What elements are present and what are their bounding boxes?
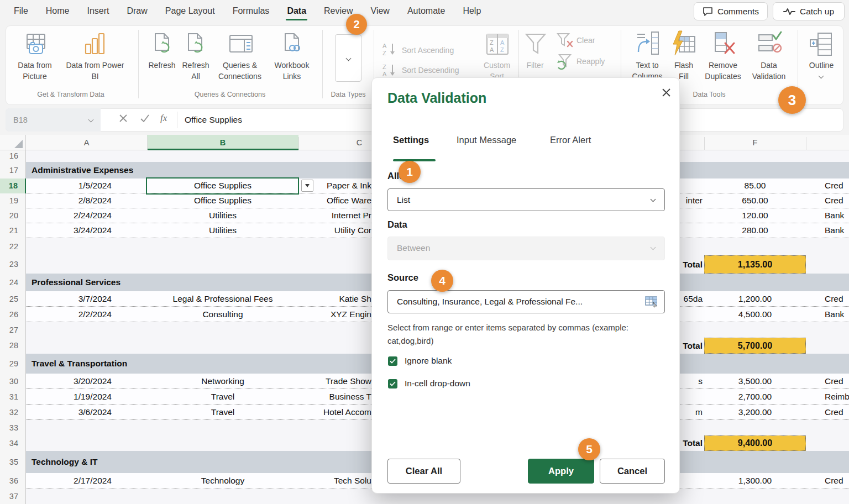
cell-G26[interactable]: Bank	[825, 307, 849, 322]
tab-settings[interactable]: Settings	[393, 135, 429, 145]
cell-C26[interactable]: XYZ Engin	[298, 307, 371, 322]
cell-F23[interactable]: 1,135.00	[704, 255, 806, 274]
cell-A25[interactable]: 3/7/2024	[26, 291, 147, 306]
refresh-all-icon[interactable]	[183, 31, 207, 57]
cell-F20[interactable]: 120.00	[704, 208, 806, 223]
cell-F34[interactable]: 9,400.00	[704, 435, 806, 451]
menu-view[interactable]: View	[371, 0, 390, 22]
menu-draw[interactable]: Draw	[127, 0, 147, 22]
cell-G32[interactable]: Cred	[825, 405, 849, 419]
tab-error-alert[interactable]: Error Alert	[550, 135, 591, 145]
row-header-22[interactable]: 22	[0, 238, 26, 255]
cell-G25[interactable]: Cred	[825, 291, 849, 306]
formula-bar-value[interactable]: Office Supplies	[185, 108, 242, 132]
menu-insert[interactable]: Insert	[87, 0, 109, 22]
allow-select[interactable]: List	[387, 188, 665, 211]
cell-C19[interactable]: Office Ware	[298, 193, 371, 208]
range-selector-icon[interactable]	[645, 296, 659, 308]
in-cell-dropdown-checkbox[interactable]	[388, 379, 397, 389]
row-header-20[interactable]: 20	[0, 208, 26, 223]
cancel-button[interactable]: Cancel	[600, 459, 665, 484]
cell-F28[interactable]: 5,700.00	[704, 338, 806, 354]
cell-G31[interactable]: Reimb	[825, 389, 849, 404]
dialog-close-button[interactable]	[658, 85, 674, 100]
comments-button[interactable]: Comments	[694, 2, 768, 20]
row-header-17[interactable]: 17	[0, 162, 26, 179]
row-header-35[interactable]: 35	[0, 451, 26, 473]
confirm-entry-icon[interactable]	[139, 113, 150, 123]
cell-C36[interactable]: Tech Solu	[298, 473, 371, 489]
cell-A31[interactable]: 1/19/2024	[26, 389, 147, 404]
row-header-26[interactable]: 26	[0, 307, 26, 322]
cell-G20[interactable]: Bank	[825, 208, 849, 223]
cell-B31[interactable]: Travel	[147, 389, 298, 404]
data-types-gallery[interactable]	[335, 34, 361, 82]
menu-automate[interactable]: Automate	[407, 0, 445, 22]
cell-A19[interactable]: 2/8/2024	[26, 193, 147, 208]
cell-G19[interactable]: Cred	[825, 193, 849, 208]
cell-C20[interactable]: Internet Pr	[298, 208, 371, 223]
cell-F31[interactable]: 2,700.00	[704, 389, 806, 404]
column-header-a[interactable]: A	[26, 135, 147, 150]
menu-formulas[interactable]: Formulas	[233, 0, 270, 22]
row-header-19[interactable]: 19	[0, 193, 26, 208]
cell-A36[interactable]: 2/17/2024	[26, 473, 147, 489]
row-header-27[interactable]: 27	[0, 322, 26, 338]
cell-F25[interactable]: 1,200.00	[704, 291, 806, 306]
menu-file[interactable]: File	[14, 0, 28, 22]
text-to-columns-icon[interactable]	[635, 30, 661, 57]
cell-A20[interactable]: 2/24/2024	[26, 208, 147, 223]
row-header-36[interactable]: 36	[0, 473, 26, 489]
cell-F19[interactable]: 650.00	[704, 193, 806, 208]
row-header-37[interactable]: 37	[0, 489, 26, 504]
data-from-picture-icon[interactable]	[23, 31, 48, 57]
cell-B21[interactable]: Utilities	[147, 223, 298, 238]
row-header-28[interactable]: 28	[0, 338, 26, 354]
row-header-21[interactable]: 21	[0, 223, 26, 238]
cell-C30[interactable]: Trade Show	[298, 374, 371, 389]
name-box[interactable]: B18	[6, 108, 101, 132]
row-header-32[interactable]: 32	[0, 405, 26, 420]
column-header-b[interactable]: B	[147, 135, 298, 150]
refresh-icon[interactable]	[150, 31, 174, 57]
row-header-34[interactable]: 34	[0, 435, 26, 451]
row-header-23[interactable]: 23	[0, 255, 26, 274]
apply-button[interactable]: Apply	[528, 459, 594, 484]
workbook-links-icon[interactable]	[280, 31, 304, 57]
clear-all-button[interactable]: Clear All	[387, 459, 460, 484]
tab-input-message[interactable]: Input Message	[457, 135, 516, 145]
cell-C21[interactable]: Utility Cor	[298, 223, 371, 238]
cell-F26[interactable]: 4,500.00	[704, 307, 806, 322]
cell-B30[interactable]: Networking	[147, 374, 298, 389]
cell-A32[interactable]: 3/6/2024	[26, 405, 147, 419]
sort-descending-icon[interactable]: ZA	[381, 63, 398, 77]
reapply-filter-icon[interactable]	[556, 53, 574, 70]
cell-G30[interactable]: Cred	[825, 374, 849, 389]
queries-connections-icon[interactable]	[228, 32, 254, 56]
cell-G36[interactable]: Cred	[825, 473, 849, 489]
row-header-25[interactable]: 25	[0, 291, 26, 307]
flash-fill-icon[interactable]	[672, 30, 697, 57]
cell-B20[interactable]: Utilities	[147, 208, 298, 223]
row-header-30[interactable]: 30	[0, 374, 26, 389]
cell-B25[interactable]: Legal & Professional Fees	[147, 291, 298, 306]
custom-sort-icon[interactable]: ZA AZ	[485, 32, 510, 57]
select-all-corner[interactable]	[0, 135, 26, 150]
row-header-31[interactable]: 31	[0, 389, 26, 405]
menu-data[interactable]: Data	[287, 0, 306, 22]
cell-C32[interactable]: Hotel Accom	[298, 405, 371, 419]
cell-B26[interactable]: Consulting	[147, 307, 298, 322]
cell-B36[interactable]: Technology	[147, 473, 298, 489]
menu-home[interactable]: Home	[46, 0, 70, 22]
cell-F36[interactable]: 1,300.00	[704, 473, 806, 489]
catch-up-button[interactable]: Catch up	[773, 2, 845, 20]
row-header-33[interactable]: 33	[0, 420, 26, 435]
cancel-entry-icon[interactable]	[118, 113, 128, 123]
remove-duplicates-icon[interactable]	[711, 30, 736, 57]
cell-A30[interactable]: 3/20/2024	[26, 374, 147, 389]
cell-C31[interactable]: Business T	[298, 389, 371, 404]
cell-A18[interactable]: 1/5/2024	[26, 179, 147, 193]
cell-F30[interactable]: 3,500.00	[704, 374, 806, 389]
column-header-f[interactable]: F	[704, 135, 806, 150]
cell-B32[interactable]: Travel	[147, 405, 298, 419]
